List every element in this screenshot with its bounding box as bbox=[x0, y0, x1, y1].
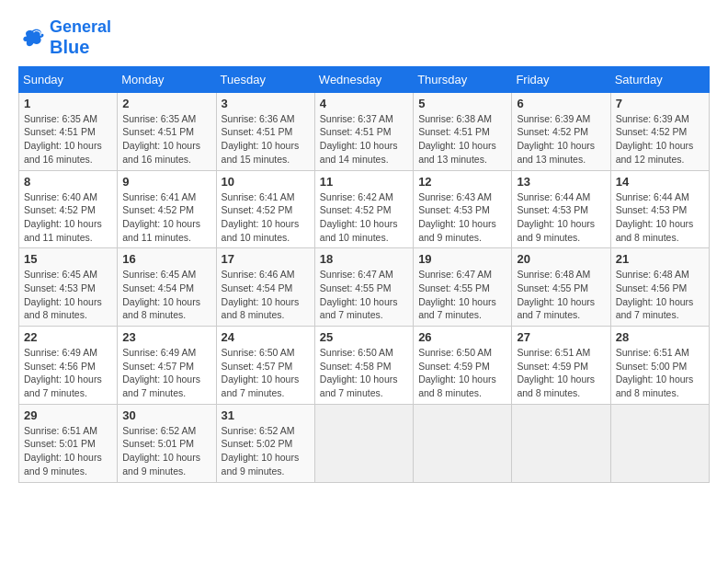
day-number: 14 bbox=[616, 175, 704, 189]
calendar-cell: 27 Sunrise: 6:51 AM Sunset: 4:59 PM Dayl… bbox=[512, 327, 610, 405]
calendar-cell: 6 Sunrise: 6:39 AM Sunset: 4:52 PM Dayli… bbox=[512, 92, 610, 170]
day-number: 25 bbox=[320, 330, 408, 344]
calendar-cell: 5 Sunrise: 6:38 AM Sunset: 4:51 PM Dayli… bbox=[414, 92, 512, 170]
day-number: 28 bbox=[616, 330, 704, 344]
calendar-table: SundayMondayTuesdayWednesdayThursdayFrid… bbox=[18, 66, 710, 483]
day-info: Sunrise: 6:48 AM Sunset: 4:55 PM Dayligh… bbox=[517, 268, 605, 322]
day-number: 23 bbox=[122, 330, 210, 344]
calendar-cell: 3 Sunrise: 6:36 AM Sunset: 4:51 PM Dayli… bbox=[216, 92, 314, 170]
day-number: 12 bbox=[418, 175, 506, 189]
calendar-cell: 2 Sunrise: 6:35 AM Sunset: 4:51 PM Dayli… bbox=[118, 92, 216, 170]
calendar-cell bbox=[610, 404, 709, 482]
calendar-cell: 25 Sunrise: 6:50 AM Sunset: 4:58 PM Dayl… bbox=[314, 327, 413, 405]
calendar-cell: 19 Sunrise: 6:47 AM Sunset: 4:55 PM Dayl… bbox=[414, 248, 512, 327]
day-number: 10 bbox=[222, 175, 310, 189]
day-info: Sunrise: 6:48 AM Sunset: 4:56 PM Dayligh… bbox=[616, 268, 704, 322]
calendar-cell: 15 Sunrise: 6:45 AM Sunset: 4:53 PM Dayl… bbox=[19, 248, 118, 327]
day-number: 11 bbox=[320, 175, 408, 189]
day-info: Sunrise: 6:43 AM Sunset: 4:53 PM Dayligh… bbox=[418, 190, 506, 245]
calendar-cell: 26 Sunrise: 6:50 AM Sunset: 4:59 PM Dayl… bbox=[414, 327, 512, 405]
weekday-header-thursday: Thursday bbox=[414, 66, 512, 92]
calendar-cell: 18 Sunrise: 6:47 AM Sunset: 4:55 PM Dayl… bbox=[314, 248, 413, 327]
calendar-cell: 8 Sunrise: 6:40 AM Sunset: 4:52 PM Dayli… bbox=[19, 170, 118, 248]
logo: General Blue bbox=[18, 18, 111, 57]
weekday-header-tuesday: Tuesday bbox=[216, 66, 314, 92]
day-info: Sunrise: 6:46 AM Sunset: 4:54 PM Dayligh… bbox=[222, 268, 310, 322]
day-info: Sunrise: 6:45 AM Sunset: 4:54 PM Dayligh… bbox=[122, 268, 210, 322]
day-info: Sunrise: 6:37 AM Sunset: 4:51 PM Dayligh… bbox=[320, 112, 408, 167]
day-number: 5 bbox=[418, 97, 506, 110]
day-number: 27 bbox=[517, 330, 605, 344]
day-info: Sunrise: 6:39 AM Sunset: 4:52 PM Dayligh… bbox=[616, 112, 704, 167]
calendar-cell: 30 Sunrise: 6:52 AM Sunset: 5:01 PM Dayl… bbox=[118, 404, 216, 482]
weekday-header-sunday: Sunday bbox=[19, 66, 118, 92]
day-number: 13 bbox=[517, 175, 605, 189]
logo-icon bbox=[18, 24, 46, 52]
day-info: Sunrise: 6:52 AM Sunset: 5:02 PM Dayligh… bbox=[222, 424, 310, 478]
day-number: 24 bbox=[222, 330, 310, 344]
calendar-cell: 17 Sunrise: 6:46 AM Sunset: 4:54 PM Dayl… bbox=[216, 248, 314, 327]
calendar-cell bbox=[314, 404, 413, 482]
day-number: 29 bbox=[24, 408, 112, 422]
calendar-cell: 21 Sunrise: 6:48 AM Sunset: 4:56 PM Dayl… bbox=[610, 248, 709, 327]
day-number: 8 bbox=[24, 175, 112, 189]
weekday-header-saturday: Saturday bbox=[610, 66, 709, 92]
calendar-cell: 24 Sunrise: 6:50 AM Sunset: 4:57 PM Dayl… bbox=[216, 327, 314, 405]
page-header: General Blue bbox=[18, 18, 710, 57]
day-info: Sunrise: 6:47 AM Sunset: 4:55 PM Dayligh… bbox=[320, 268, 408, 322]
day-number: 26 bbox=[418, 330, 506, 344]
calendar-cell: 20 Sunrise: 6:48 AM Sunset: 4:55 PM Dayl… bbox=[512, 248, 610, 327]
day-info: Sunrise: 6:40 AM Sunset: 4:52 PM Dayligh… bbox=[24, 190, 112, 245]
weekday-header-wednesday: Wednesday bbox=[314, 66, 413, 92]
day-info: Sunrise: 6:41 AM Sunset: 4:52 PM Dayligh… bbox=[222, 190, 310, 245]
calendar-cell: 1 Sunrise: 6:35 AM Sunset: 4:51 PM Dayli… bbox=[19, 92, 118, 170]
day-info: Sunrise: 6:42 AM Sunset: 4:52 PM Dayligh… bbox=[320, 190, 408, 245]
day-info: Sunrise: 6:36 AM Sunset: 4:51 PM Dayligh… bbox=[222, 112, 310, 167]
day-info: Sunrise: 6:38 AM Sunset: 4:51 PM Dayligh… bbox=[418, 112, 506, 167]
weekday-header-monday: Monday bbox=[118, 66, 216, 92]
calendar-cell: 12 Sunrise: 6:43 AM Sunset: 4:53 PM Dayl… bbox=[414, 170, 512, 248]
day-info: Sunrise: 6:41 AM Sunset: 4:52 PM Dayligh… bbox=[122, 190, 210, 245]
day-number: 18 bbox=[320, 252, 408, 266]
calendar-cell bbox=[512, 404, 610, 482]
day-number: 17 bbox=[222, 252, 310, 266]
day-number: 1 bbox=[24, 97, 112, 110]
day-info: Sunrise: 6:35 AM Sunset: 4:51 PM Dayligh… bbox=[24, 112, 112, 167]
logo-text: General Blue bbox=[50, 18, 111, 57]
day-info: Sunrise: 6:51 AM Sunset: 5:01 PM Dayligh… bbox=[24, 424, 112, 478]
day-info: Sunrise: 6:50 AM Sunset: 4:58 PM Dayligh… bbox=[320, 346, 408, 400]
calendar-cell: 16 Sunrise: 6:45 AM Sunset: 4:54 PM Dayl… bbox=[118, 248, 216, 327]
day-number: 3 bbox=[222, 97, 310, 110]
calendar-cell: 4 Sunrise: 6:37 AM Sunset: 4:51 PM Dayli… bbox=[314, 92, 413, 170]
day-info: Sunrise: 6:44 AM Sunset: 4:53 PM Dayligh… bbox=[616, 190, 704, 245]
day-info: Sunrise: 6:47 AM Sunset: 4:55 PM Dayligh… bbox=[418, 268, 506, 322]
calendar-cell: 10 Sunrise: 6:41 AM Sunset: 4:52 PM Dayl… bbox=[216, 170, 314, 248]
day-number: 16 bbox=[122, 252, 210, 266]
day-number: 19 bbox=[418, 252, 506, 266]
day-number: 7 bbox=[616, 97, 704, 110]
day-number: 4 bbox=[320, 97, 408, 110]
day-info: Sunrise: 6:35 AM Sunset: 4:51 PM Dayligh… bbox=[122, 112, 210, 167]
calendar-cell: 29 Sunrise: 6:51 AM Sunset: 5:01 PM Dayl… bbox=[19, 404, 118, 482]
day-number: 2 bbox=[122, 97, 210, 110]
calendar-cell: 11 Sunrise: 6:42 AM Sunset: 4:52 PM Dayl… bbox=[314, 170, 413, 248]
calendar-cell: 22 Sunrise: 6:49 AM Sunset: 4:56 PM Dayl… bbox=[19, 327, 118, 405]
calendar-cell: 13 Sunrise: 6:44 AM Sunset: 4:53 PM Dayl… bbox=[512, 170, 610, 248]
day-number: 15 bbox=[24, 252, 112, 266]
calendar-cell: 28 Sunrise: 6:51 AM Sunset: 5:00 PM Dayl… bbox=[610, 327, 709, 405]
day-info: Sunrise: 6:52 AM Sunset: 5:01 PM Dayligh… bbox=[122, 424, 210, 478]
day-number: 6 bbox=[517, 97, 605, 110]
day-number: 31 bbox=[222, 408, 310, 422]
day-number: 9 bbox=[122, 175, 210, 189]
day-number: 22 bbox=[24, 330, 112, 344]
calendar-cell: 9 Sunrise: 6:41 AM Sunset: 4:52 PM Dayli… bbox=[118, 170, 216, 248]
day-info: Sunrise: 6:45 AM Sunset: 4:53 PM Dayligh… bbox=[24, 268, 112, 322]
day-info: Sunrise: 6:49 AM Sunset: 4:57 PM Dayligh… bbox=[122, 346, 210, 400]
weekday-header-friday: Friday bbox=[512, 66, 610, 92]
calendar-cell: 31 Sunrise: 6:52 AM Sunset: 5:02 PM Dayl… bbox=[216, 404, 314, 482]
day-info: Sunrise: 6:51 AM Sunset: 4:59 PM Dayligh… bbox=[517, 346, 605, 400]
day-info: Sunrise: 6:49 AM Sunset: 4:56 PM Dayligh… bbox=[24, 346, 112, 400]
day-info: Sunrise: 6:50 AM Sunset: 4:59 PM Dayligh… bbox=[418, 346, 506, 400]
day-info: Sunrise: 6:51 AM Sunset: 5:00 PM Dayligh… bbox=[616, 346, 704, 400]
calendar-cell: 14 Sunrise: 6:44 AM Sunset: 4:53 PM Dayl… bbox=[610, 170, 709, 248]
